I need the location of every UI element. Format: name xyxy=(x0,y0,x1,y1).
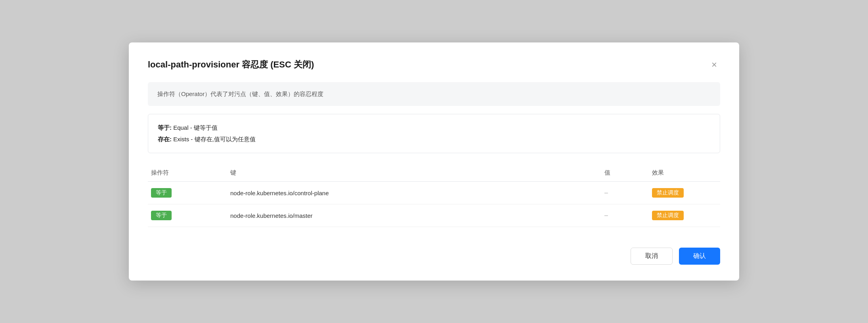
col-header-value: 值 xyxy=(601,169,649,177)
description-box: 等于: Equal - 键等于值 存在: Exists - 键存在,值可以为任意… xyxy=(148,114,720,153)
confirm-button[interactable]: 确认 xyxy=(679,248,720,265)
row1-effect: 禁止调度 xyxy=(649,188,720,198)
table-section: 操作符 键 值 效果 等于 node-role.kubernetes.io/co… xyxy=(148,164,720,233)
row2-key: node-role.kubernetes.io/master xyxy=(227,212,601,219)
desc-line2-bold: 存在: xyxy=(158,136,172,142)
row2-value: – xyxy=(601,212,649,219)
row2-operator-badge: 等于 xyxy=(151,211,172,220)
desc-line-2: 存在: Exists - 键存在,值可以为任意值 xyxy=(158,134,710,145)
close-button[interactable]: × xyxy=(708,58,720,71)
row1-operator: 等于 xyxy=(148,188,227,198)
row1-effect-badge: 禁止调度 xyxy=(652,188,684,198)
table-row: 等于 node-role.kubernetes.io/master – 禁止调度 xyxy=(148,204,720,227)
info-text: 操作符（Operator）代表了对污点（键、值、效果）的容忍程度 xyxy=(157,90,323,97)
modal-overlay: local-path-provisioner 容忍度 (ESC 关闭) × 操作… xyxy=(0,0,868,323)
row1-key: node-role.kubernetes.io/control-plane xyxy=(227,190,601,196)
desc-line-1: 等于: Equal - 键等于值 xyxy=(158,122,710,134)
row1-value: – xyxy=(601,189,649,196)
desc-line2-rest: Exists - 键存在,值可以为任意值 xyxy=(173,136,256,142)
modal-dialog: local-path-provisioner 容忍度 (ESC 关闭) × 操作… xyxy=(129,42,739,281)
desc-line1-bold: 等于: xyxy=(158,124,172,131)
row2-effect-badge: 禁止调度 xyxy=(652,211,684,220)
cancel-button[interactable]: 取消 xyxy=(631,248,673,265)
table-row: 等于 node-role.kubernetes.io/control-plane… xyxy=(148,182,720,204)
row1-operator-badge: 等于 xyxy=(151,188,172,198)
row2-operator: 等于 xyxy=(148,211,227,220)
col-header-operator: 操作符 xyxy=(148,169,227,177)
table-header: 操作符 键 值 效果 xyxy=(148,164,720,182)
row2-effect: 禁止调度 xyxy=(649,211,720,220)
modal-header: local-path-provisioner 容忍度 (ESC 关闭) × xyxy=(148,58,720,71)
col-header-effect: 效果 xyxy=(649,169,720,177)
desc-line1-rest: Equal - 键等于值 xyxy=(173,124,218,131)
modal-footer: 取消 确认 xyxy=(148,248,720,265)
col-header-key: 键 xyxy=(227,169,601,177)
modal-title: local-path-provisioner 容忍度 (ESC 关闭) xyxy=(148,59,314,71)
info-box: 操作符（Operator）代表了对污点（键、值、效果）的容忍程度 xyxy=(148,82,720,106)
